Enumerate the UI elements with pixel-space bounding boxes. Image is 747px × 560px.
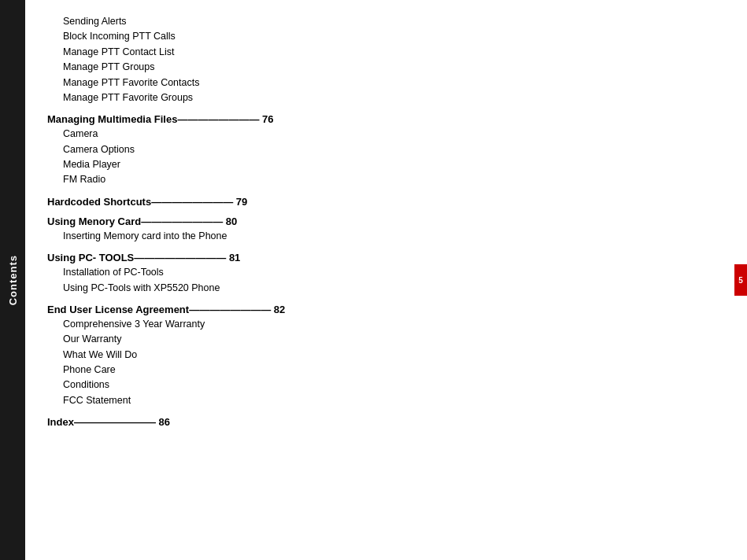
section-managing-multimedia: Managing Multimedia Files———————— 76 [47,113,723,125]
section-dashes: ———————— [151,196,233,208]
page-edge-number: 5 [738,276,743,285]
section-title: End User License Agreement [47,304,189,315]
list-item: Manage PTT Groups [47,60,723,75]
section-title: Using PC- TOOLS [47,252,134,263]
section-dashes: ———————— [141,216,223,227]
pc-tools-sub-items: Installation of PC-Tools Using PC-Tools … [47,265,723,296]
list-item: Manage PTT Favorite Groups [47,90,723,105]
list-item: Sending Alerts [47,14,723,29]
section-dashes: ————————— [134,252,226,263]
list-item: FM Radio [47,172,723,187]
page-number: 79 [236,196,247,208]
section-title: Hardcoded Shortcuts [47,196,151,208]
page-number: 82 [274,304,285,315]
memory-card-sub-items: Inserting Memory card into the Phone [47,229,723,244]
multimedia-sub-items: Camera Camera Options Media Player FM Ra… [47,127,723,188]
page-number: 81 [229,252,240,263]
eula-sub-items: Comprehensive 3 Year Warranty Our Warran… [47,317,723,408]
section-title: Using Menory Card [47,216,141,227]
sidebar: Contents [0,0,25,560]
list-item: Camera Options [47,142,723,157]
sidebar-label: Contents [7,255,19,305]
list-item: Conditions [47,378,723,392]
list-item: Manage PTT Favorite Contacts [47,76,723,90]
section-pc-tools: Using PC- TOOLS————————— 81 [47,252,723,263]
list-item: Block Incoming PTT Calls [47,29,723,44]
section-title: Managing Multimedia Files [47,113,177,125]
list-item: Media Player [47,157,723,172]
page-number: 76 [262,113,273,125]
list-item: Our Warranty [47,332,723,347]
list-item: Camera [47,127,723,142]
section-hardcoded-shortcuts: Hardcoded Shortcuts———————— 79 [47,196,723,208]
page-edge-tab: 5 [734,264,747,296]
list-item: Installation of PC-Tools [47,265,723,280]
section-memory-card: Using Menory Card———————— 80 [47,216,723,227]
list-item: Using PC-Tools with XP5520 Phone [47,281,723,296]
section-eula: End User License Agreement———————— 82 [47,304,723,315]
list-item: Comprehensive 3 Year Warranty [47,317,723,332]
ptt-sub-items: Sending Alerts Block Incoming PTT Calls … [47,14,723,105]
section-dashes: ———————— [74,416,156,428]
list-item: Phone Care [47,363,723,378]
page-number: 80 [226,216,237,227]
section-dashes: ———————— [189,304,271,315]
list-item: What We Will Do [47,348,723,363]
page-number: 86 [159,416,170,428]
list-item: Inserting Memory card into the Phone [47,229,723,244]
list-item: FCC Statement [47,393,723,408]
main-content: Sending Alerts Block Incoming PTT Calls … [25,0,747,560]
section-dashes: ———————— [177,113,259,125]
list-item: Manage PTT Contact List [47,45,723,60]
section-index: Index———————— 86 [47,416,723,428]
section-title: Index [47,416,74,428]
